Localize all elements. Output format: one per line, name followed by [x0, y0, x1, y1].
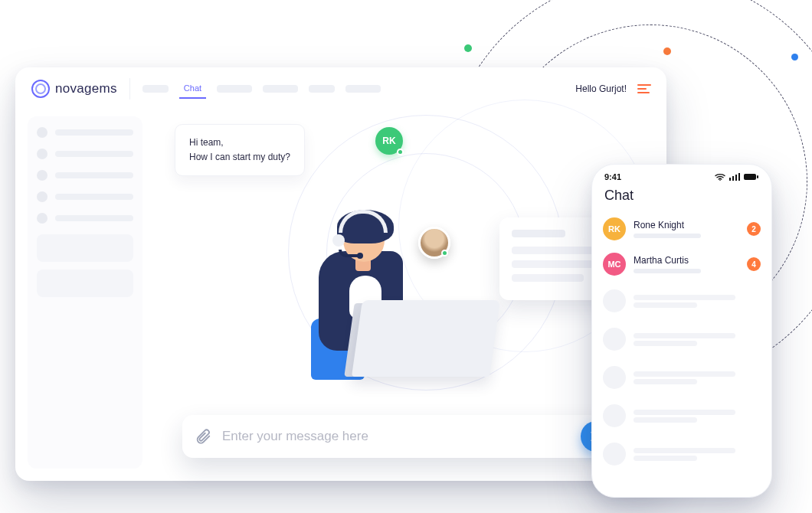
contact-name: Martha Curtis	[634, 255, 739, 266]
sidebar	[28, 116, 142, 469]
battery-icon	[744, 173, 759, 181]
message-line: How I can start my duty?	[189, 150, 290, 165]
contact-row-placeholder	[592, 435, 771, 473]
topbar: novagems Chat Hello Gurjot!	[15, 67, 666, 110]
message-line: Hi team,	[189, 136, 290, 150]
greeting-text: Hello Gurjot!	[575, 83, 627, 94]
nav-tabs: Chat	[142, 79, 381, 99]
incoming-message: Hi team, How I can start my duty?	[175, 124, 305, 176]
card-line	[512, 274, 584, 282]
sidebar-item[interactable]	[37, 149, 133, 159]
wifi-icon	[715, 173, 725, 181]
contact-row-placeholder	[592, 282, 771, 320]
nav-tab-placeholder[interactable]	[217, 85, 252, 93]
brand-name: novagems	[55, 81, 117, 96]
svg-rect-8	[757, 175, 758, 178]
svg-point-2	[719, 179, 721, 181]
phone-statusbar: 9:41	[592, 165, 771, 185]
svg-rect-4	[732, 176, 734, 181]
svg-rect-5	[735, 175, 737, 181]
nav-tab-placeholder[interactable]	[142, 85, 169, 93]
decorative-dot	[791, 54, 798, 60]
sidebar-item[interactable]	[37, 191, 133, 202]
decorative-dot	[663, 47, 671, 55]
signal-icon	[729, 173, 740, 181]
decorative-dot	[464, 44, 472, 52]
contact-row[interactable]: MC Martha Curtis 4	[592, 247, 771, 282]
avatar-initials: RK	[382, 136, 395, 146]
svg-point-1	[36, 84, 45, 93]
contact-subtitle-placeholder	[634, 234, 701, 238]
presence-indicator-icon	[397, 149, 404, 155]
chat-area: 😄 Hi team, How I can start my duty? RK	[142, 110, 666, 481]
nav-tab-placeholder[interactable]	[263, 85, 298, 93]
sidebar-button[interactable]	[37, 234, 133, 262]
support-agent-illustration	[288, 187, 487, 394]
attachment-icon[interactable]	[195, 428, 211, 445]
sidebar-item[interactable]	[37, 127, 133, 138]
svg-rect-6	[738, 173, 740, 181]
contact-row[interactable]: RK Rone Knight 2	[592, 211, 771, 247]
sidebar-item[interactable]	[37, 213, 133, 224]
card-title-placeholder	[512, 230, 565, 237]
contact-row-placeholder	[592, 320, 771, 358]
contact-row-placeholder	[592, 358, 771, 397]
contact-subtitle-placeholder	[634, 269, 701, 273]
svg-rect-3	[729, 178, 731, 181]
sidebar-button[interactable]	[37, 270, 133, 297]
contact-name: Rone Knight	[634, 220, 739, 230]
status-time: 9:41	[604, 172, 621, 181]
logo-icon	[31, 79, 51, 99]
sidebar-item[interactable]	[37, 170, 133, 181]
sender-avatar[interactable]: RK	[375, 127, 403, 155]
nav-tab-chat[interactable]: Chat	[179, 79, 206, 99]
divider	[129, 78, 130, 100]
unread-badge: 2	[747, 222, 761, 236]
nav-tab-placeholder[interactable]	[345, 85, 381, 93]
phone-title: Chat	[592, 185, 771, 211]
message-composer	[182, 415, 619, 458]
app-window: novagems Chat Hello Gurjot!	[15, 67, 666, 481]
svg-rect-7	[744, 174, 756, 180]
avatar-initials: MC	[607, 260, 620, 269]
avatar-initials: RK	[608, 224, 620, 234]
unread-badge: 4	[747, 257, 761, 271]
phone-mockup: 9:41 Chat RK Rone Knight	[591, 164, 772, 498]
svg-point-0	[32, 80, 49, 97]
contact-row-placeholder	[592, 397, 771, 435]
message-input[interactable]	[222, 429, 570, 444]
contact-avatar: MC	[603, 253, 626, 276]
menu-icon[interactable]	[637, 84, 651, 93]
brand-logo[interactable]: novagems	[31, 79, 117, 99]
contact-avatar: RK	[603, 217, 626, 240]
nav-tab-placeholder[interactable]	[309, 85, 335, 93]
